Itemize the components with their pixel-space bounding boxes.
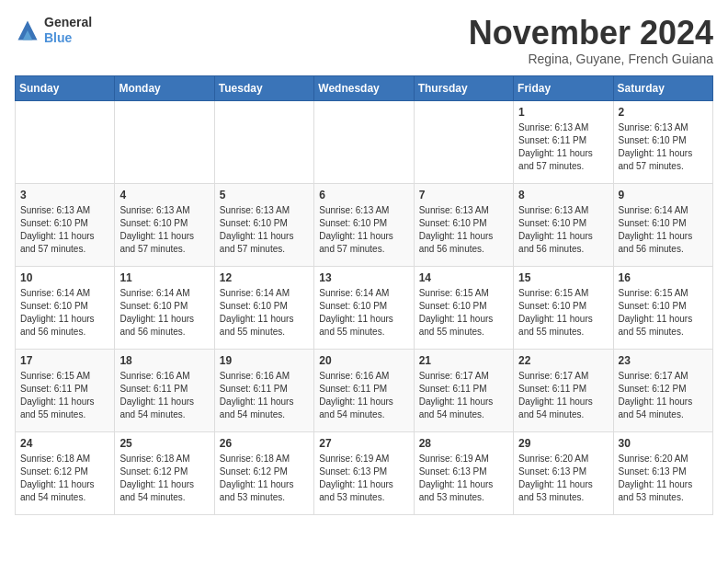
weekday-header-tuesday: Tuesday [214, 75, 313, 100]
day-info: Sunrise: 6:13 AMSunset: 6:11 PMDaylight:… [518, 121, 608, 173]
calendar-cell: 29Sunrise: 6:20 AMSunset: 6:13 PMDayligh… [514, 431, 613, 514]
day-info: Sunrise: 6:13 AMSunset: 6:10 PMDaylight:… [319, 204, 408, 256]
day-number: 6 [319, 188, 408, 203]
calendar-cell [16, 100, 115, 183]
day-number: 29 [518, 436, 608, 452]
calendar-cell: 8Sunrise: 6:13 AMSunset: 6:10 PMDaylight… [514, 183, 613, 266]
day-info: Sunrise: 6:13 AMSunset: 6:10 PMDaylight:… [20, 204, 109, 256]
page-header: General Blue November 2024 Regina, Guyan… [15, 15, 713, 66]
calendar-cell [314, 100, 414, 183]
day-number: 30 [619, 436, 708, 452]
day-number: 19 [220, 353, 309, 369]
calendar-cell: 12Sunrise: 6:14 AMSunset: 6:10 PMDayligh… [214, 266, 313, 349]
day-info: Sunrise: 6:13 AMSunset: 6:10 PMDaylight:… [119, 204, 209, 256]
calendar-cell [214, 100, 313, 183]
logo-line2: Blue [44, 30, 92, 46]
day-info: Sunrise: 6:16 AMSunset: 6:11 PMDaylight:… [319, 370, 408, 421]
calendar-cell: 1Sunrise: 6:13 AMSunset: 6:11 PMDaylight… [514, 100, 613, 183]
day-info: Sunrise: 6:17 AMSunset: 6:11 PMDaylight:… [518, 370, 608, 421]
weekday-header-saturday: Saturday [613, 75, 712, 100]
calendar-cell: 7Sunrise: 6:13 AMSunset: 6:10 PMDaylight… [414, 183, 513, 266]
calendar-cell: 24Sunrise: 6:18 AMSunset: 6:12 PMDayligh… [16, 431, 115, 514]
calendar-cell: 26Sunrise: 6:18 AMSunset: 6:12 PMDayligh… [214, 431, 313, 514]
calendar-cell: 19Sunrise: 6:16 AMSunset: 6:11 PMDayligh… [214, 349, 313, 431]
day-info: Sunrise: 6:19 AMSunset: 6:13 PMDaylight:… [419, 453, 508, 504]
day-info: Sunrise: 6:14 AMSunset: 6:10 PMDaylight:… [619, 204, 708, 256]
calendar-cell: 14Sunrise: 6:15 AMSunset: 6:10 PMDayligh… [414, 266, 513, 349]
day-number: 10 [20, 270, 109, 286]
calendar-cell: 5Sunrise: 6:13 AMSunset: 6:10 PMDaylight… [214, 183, 313, 266]
calendar-cell: 25Sunrise: 6:18 AMSunset: 6:12 PMDayligh… [115, 431, 214, 514]
day-info: Sunrise: 6:13 AMSunset: 6:10 PMDaylight:… [518, 204, 608, 256]
day-info: Sunrise: 6:16 AMSunset: 6:11 PMDaylight:… [119, 370, 209, 421]
calendar-cell: 17Sunrise: 6:15 AMSunset: 6:11 PMDayligh… [16, 349, 115, 431]
weekday-header-friday: Friday [514, 75, 613, 100]
calendar-week-3: 10Sunrise: 6:14 AMSunset: 6:10 PMDayligh… [16, 266, 713, 349]
day-info: Sunrise: 6:14 AMSunset: 6:10 PMDaylight:… [20, 287, 109, 339]
title-block: November 2024 Regina, Guyane, French Gui… [469, 15, 713, 66]
calendar-cell: 9Sunrise: 6:14 AMSunset: 6:10 PMDaylight… [613, 183, 712, 266]
day-info: Sunrise: 6:13 AMSunset: 6:10 PMDaylight:… [419, 204, 508, 256]
day-info: Sunrise: 6:18 AMSunset: 6:12 PMDaylight:… [220, 453, 309, 504]
day-number: 1 [518, 105, 608, 121]
logo-text: General Blue [44, 15, 92, 46]
location-subtitle: Regina, Guyane, French Guiana [469, 52, 713, 66]
calendar-body: 1Sunrise: 6:13 AMSunset: 6:11 PMDaylight… [16, 100, 713, 514]
calendar-cell: 27Sunrise: 6:19 AMSunset: 6:13 PMDayligh… [314, 431, 414, 514]
day-info: Sunrise: 6:15 AMSunset: 6:10 PMDaylight:… [619, 287, 708, 339]
calendar-header: SundayMondayTuesdayWednesdayThursdayFrid… [16, 75, 713, 100]
day-info: Sunrise: 6:20 AMSunset: 6:13 PMDaylight:… [518, 453, 608, 504]
month-title: November 2024 [469, 15, 713, 52]
calendar-week-2: 3Sunrise: 6:13 AMSunset: 6:10 PMDaylight… [16, 183, 713, 266]
day-number: 7 [419, 188, 508, 203]
day-info: Sunrise: 6:18 AMSunset: 6:12 PMDaylight:… [20, 453, 109, 504]
day-number: 23 [619, 353, 708, 369]
day-info: Sunrise: 6:15 AMSunset: 6:10 PMDaylight:… [518, 287, 608, 339]
weekday-header-sunday: Sunday [16, 75, 115, 100]
day-number: 3 [20, 188, 109, 203]
day-info: Sunrise: 6:15 AMSunset: 6:10 PMDaylight:… [419, 287, 508, 339]
day-number: 25 [119, 436, 209, 452]
calendar-cell: 6Sunrise: 6:13 AMSunset: 6:10 PMDaylight… [314, 183, 414, 266]
day-info: Sunrise: 6:17 AMSunset: 6:11 PMDaylight:… [419, 370, 508, 421]
calendar-cell [414, 100, 513, 183]
day-info: Sunrise: 6:16 AMSunset: 6:11 PMDaylight:… [220, 370, 309, 421]
day-info: Sunrise: 6:13 AMSunset: 6:10 PMDaylight:… [619, 121, 708, 173]
day-number: 16 [619, 270, 708, 286]
day-info: Sunrise: 6:13 AMSunset: 6:10 PMDaylight:… [220, 204, 309, 256]
weekday-header-monday: Monday [115, 75, 214, 100]
day-number: 21 [419, 353, 508, 369]
logo-icon [15, 17, 40, 43]
calendar-cell [115, 100, 214, 183]
calendar-cell: 18Sunrise: 6:16 AMSunset: 6:11 PMDayligh… [115, 349, 214, 431]
day-number: 28 [419, 436, 508, 452]
calendar-week-1: 1Sunrise: 6:13 AMSunset: 6:11 PMDaylight… [16, 100, 713, 183]
day-info: Sunrise: 6:19 AMSunset: 6:13 PMDaylight:… [319, 453, 408, 504]
day-number: 17 [20, 353, 109, 369]
calendar-cell: 28Sunrise: 6:19 AMSunset: 6:13 PMDayligh… [414, 431, 513, 514]
day-number: 18 [119, 353, 209, 369]
weekday-header-thursday: Thursday [414, 75, 513, 100]
day-info: Sunrise: 6:14 AMSunset: 6:10 PMDaylight:… [119, 287, 209, 339]
calendar-cell: 15Sunrise: 6:15 AMSunset: 6:10 PMDayligh… [514, 266, 613, 349]
day-number: 2 [619, 105, 708, 121]
logo-line1: General [44, 15, 92, 30]
calendar-week-5: 24Sunrise: 6:18 AMSunset: 6:12 PMDayligh… [16, 431, 713, 514]
day-info: Sunrise: 6:14 AMSunset: 6:10 PMDaylight:… [220, 287, 309, 339]
day-info: Sunrise: 6:15 AMSunset: 6:11 PMDaylight:… [20, 370, 109, 421]
day-number: 4 [119, 188, 209, 203]
weekday-header-wednesday: Wednesday [314, 75, 414, 100]
day-number: 11 [119, 270, 209, 286]
day-number: 13 [319, 270, 408, 286]
day-info: Sunrise: 6:17 AMSunset: 6:12 PMDaylight:… [619, 370, 708, 421]
calendar-table: SundayMondayTuesdayWednesdayThursdayFrid… [15, 75, 713, 515]
calendar-cell: 13Sunrise: 6:14 AMSunset: 6:10 PMDayligh… [314, 266, 414, 349]
calendar-cell: 11Sunrise: 6:14 AMSunset: 6:10 PMDayligh… [115, 266, 214, 349]
day-number: 20 [319, 353, 408, 369]
day-number: 24 [20, 436, 109, 452]
calendar-cell: 21Sunrise: 6:17 AMSunset: 6:11 PMDayligh… [414, 349, 513, 431]
calendar-cell: 30Sunrise: 6:20 AMSunset: 6:13 PMDayligh… [613, 431, 712, 514]
calendar-cell: 16Sunrise: 6:15 AMSunset: 6:10 PMDayligh… [613, 266, 712, 349]
day-number: 22 [518, 353, 608, 369]
day-number: 5 [220, 188, 309, 203]
